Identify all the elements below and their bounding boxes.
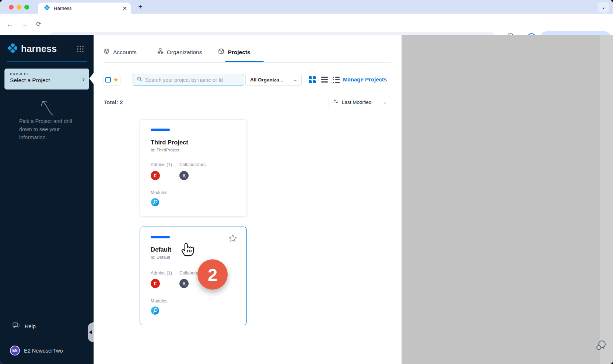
module-chaos-icon[interactable] — [151, 306, 160, 316]
total-count: Total: 2 — [104, 99, 123, 105]
forward-button[interactable]: → — [19, 20, 29, 29]
user-avatar: EN — [10, 346, 20, 356]
tab-close-icon[interactable]: ✕ — [122, 6, 127, 11]
card-color-bar — [151, 129, 170, 131]
collaborators-label: Collaborators — [179, 162, 206, 167]
accounts-layers-icon — [104, 48, 110, 56]
chevron-right-icon: › — [82, 75, 85, 83]
search-icon — [137, 76, 142, 83]
sidebar-divider — [7, 61, 87, 62]
modules-label: Modules — [151, 298, 167, 304]
list-view-button[interactable] — [333, 77, 340, 84]
project-id: Id: Default — [151, 255, 170, 259]
project-title: Default — [151, 246, 171, 253]
svg-text:?: ? — [15, 323, 16, 326]
sidebar-collapse-handle[interactable] — [88, 322, 94, 342]
project-selector[interactable]: PROJECT Select a Project › — [4, 69, 89, 90]
cube-icon — [218, 48, 224, 56]
favorite-toggle-icon[interactable] — [228, 234, 238, 245]
help-label: Help — [25, 323, 36, 329]
harness-logo[interactable]: harness — [7, 42, 57, 55]
grid-view-button[interactable] — [309, 76, 316, 83]
favorites-filter[interactable]: ★ — [104, 74, 120, 86]
tabs-border — [104, 62, 391, 63]
traffic-light-close[interactable] — [9, 5, 14, 10]
sort-arrows-icon — [333, 99, 339, 105]
annotation-step-badge: 2 — [197, 259, 228, 290]
search-input[interactable] — [145, 77, 240, 83]
row-view-button[interactable] — [321, 77, 328, 84]
help-chat-icon: ? — [12, 322, 20, 331]
feedback-chat-icon[interactable] — [595, 339, 608, 353]
sidebar: harness PROJECT Select a Project › Pick — [0, 35, 94, 364]
project-title: Third Project — [151, 139, 188, 146]
app-switcher-icon[interactable] — [77, 45, 84, 54]
tab-accounts-label: Accounts — [113, 49, 137, 56]
module-chaos-icon[interactable] — [151, 198, 160, 208]
browser-toolbar: ← → ⟳ app.harness.io/ng/account/YWdkwNPi… — [0, 14, 613, 35]
tab-projects-label: Projects — [228, 49, 250, 56]
new-tab-button[interactable]: + — [136, 2, 145, 12]
active-tab-underline — [225, 61, 264, 62]
admin-avatar[interactable]: E — [151, 279, 160, 288]
project-card-default[interactable]: Default Id: Default Admins (1) Collabora… — [140, 227, 247, 325]
sort-select[interactable]: Last Modified ⌄ — [329, 96, 391, 108]
admins-label: Admins (1) — [151, 162, 172, 167]
collaborator-avatar[interactable] — [179, 171, 189, 180]
tab-projects[interactable]: Projects — [218, 48, 250, 56]
project-selector-label: PROJECT — [10, 72, 84, 76]
reload-button[interactable]: ⟳ — [34, 20, 43, 29]
traffic-light-minimize[interactable] — [17, 5, 21, 10]
project-id: Id: ThirdProject — [151, 148, 179, 152]
org-chart-icon — [157, 48, 164, 56]
browser-window: Harness ✕ + ⌄ ← → ⟳ app.harness.io/ng/ac… — [0, 0, 613, 364]
tab-accounts[interactable]: Accounts — [104, 48, 137, 56]
harness-logo-icon — [7, 42, 18, 55]
sort-value: Last Modified — [342, 99, 380, 105]
project-selector-value: Select a Project — [10, 77, 84, 84]
project-search[interactable] — [133, 74, 244, 86]
sidebar-hint-text: Pick a Project and drill down to see you… — [19, 117, 79, 141]
harness-favicon-icon — [44, 4, 50, 12]
scope-tabs: Accounts Organizations Projec — [104, 48, 251, 56]
user-name: E2 NewuserTwo — [24, 348, 63, 354]
sidebar-bottom-divider — [0, 313, 94, 313]
tab-organizations[interactable]: Organizations — [157, 48, 202, 56]
traffic-light-zoom[interactable] — [24, 5, 29, 10]
tab-search-button[interactable]: ⌄ — [598, 2, 609, 13]
help-button[interactable]: ? Help — [12, 322, 36, 331]
brand-name: harness — [21, 43, 57, 54]
modules-label: Modules — [151, 190, 167, 195]
tab-title: Harness — [54, 6, 122, 11]
project-card-third-project[interactable]: Third Project Id: ThirdProject Admins (1… — [140, 119, 247, 217]
tab-strip: Harness ✕ + ⌄ — [0, 0, 613, 14]
chevron-down-icon: ⌄ — [293, 77, 298, 82]
tab-organizations-label: Organizations — [167, 49, 202, 56]
manage-projects-link[interactable]: Manage Projects — [343, 76, 387, 83]
collaborator-avatar[interactable] — [179, 279, 189, 288]
card-color-bar — [151, 236, 170, 238]
main-content: Accounts Organizations Projec — [94, 35, 402, 364]
scrollbar-track[interactable] — [600, 35, 613, 364]
org-filter-select[interactable]: All Organiza... ⌄ — [245, 74, 302, 86]
admin-avatar[interactable]: E — [151, 171, 160, 180]
user-menu[interactable]: EN E2 NewuserTwo — [10, 346, 63, 356]
harness-app: harness PROJECT Select a Project › Pick — [0, 35, 613, 364]
arrow-doodle-icon — [36, 97, 57, 119]
empty-canvas — [402, 35, 600, 364]
selector-pointer-notch — [89, 73, 94, 84]
org-filter-value: All Organiza... — [250, 77, 294, 83]
favorite-star-icon: ★ — [113, 77, 118, 83]
hand-cursor-icon — [180, 240, 196, 259]
browser-tab-harness[interactable]: Harness ✕ — [38, 3, 131, 14]
admins-label: Admins (1) — [151, 270, 172, 276]
favorites-checkbox[interactable] — [105, 77, 111, 83]
chevron-down-icon: ⌄ — [382, 100, 387, 105]
back-button[interactable]: ← — [5, 20, 15, 29]
